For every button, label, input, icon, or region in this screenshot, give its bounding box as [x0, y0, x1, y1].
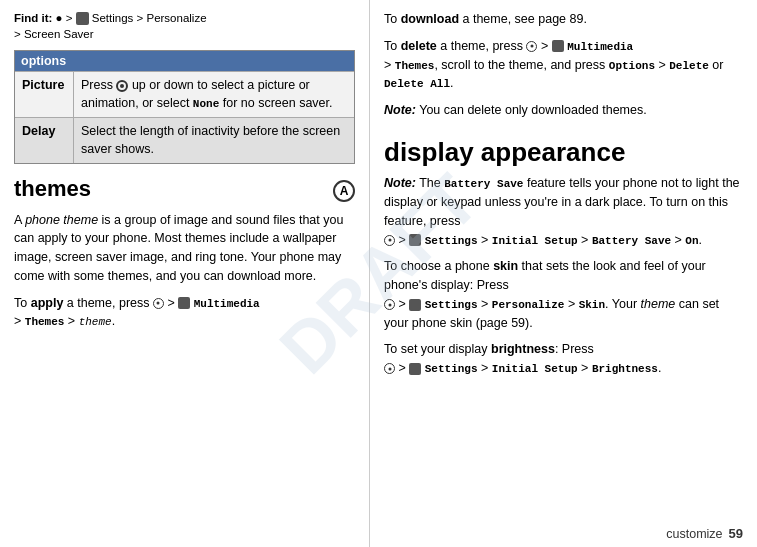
find-it-label: Find it:: [14, 12, 52, 24]
footer: customize 59: [666, 526, 743, 541]
option-row-picture: Picture Press up or down to select a pic…: [15, 71, 354, 117]
display-title: display appearance: [384, 138, 743, 167]
option-key-picture: Picture: [15, 72, 73, 117]
left-column: Find it: ● > Settings > Personalize> Scr…: [0, 0, 370, 547]
right-column: To download a theme, see page 89. To del…: [370, 0, 757, 547]
find-it-icon: ●: [56, 12, 63, 24]
themes-section: themes A A phone theme is a group of ima…: [14, 176, 355, 339]
delete-text: To delete a theme, press > Multimedia > …: [384, 37, 743, 93]
brightness-text: To set your display brightness: Press > …: [384, 340, 743, 378]
option-val-picture: Press up or down to select a picture or …: [73, 72, 354, 117]
option-row-delay: Delay Select the length of inactivity be…: [15, 117, 354, 163]
option-key-delay: Delay: [15, 118, 73, 163]
options-table: options Picture Press up or down to sele…: [14, 50, 355, 164]
themes-body1: A phone theme is a group of image and so…: [14, 211, 355, 286]
note-delete: Note: You can delete only downloaded the…: [384, 101, 743, 120]
settings-icon: [76, 12, 89, 25]
options-header: options: [15, 51, 354, 71]
themes-apply: To apply a theme, press > Multimedia > T…: [14, 294, 355, 332]
themes-title: themes: [14, 176, 355, 202]
find-it-bar: Find it: ● > Settings > Personalize> Scr…: [14, 10, 355, 42]
note-battery-save: Note: The Battery Save feature tells you…: [384, 174, 743, 249]
skin-text: To choose a phone skin that sets the loo…: [384, 257, 743, 332]
option-val-delay: Select the length of inactivity before t…: [73, 118, 354, 163]
footer-page: 59: [729, 526, 743, 541]
footer-label: customize: [666, 527, 722, 541]
download-text: To download a theme, see page 89.: [384, 10, 743, 29]
